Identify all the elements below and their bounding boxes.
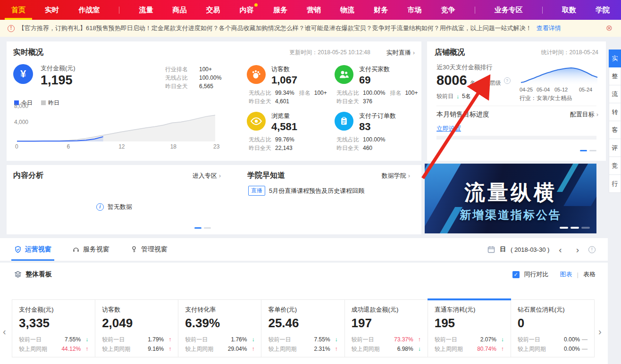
metric-stat-row: 昨日全天460 — [336, 144, 422, 152]
realtime-title: 实时概况 — [13, 48, 43, 58]
prev-change: 5名 — [462, 92, 471, 100]
shop-rank-chart — [520, 63, 599, 86]
realtime-overview-card: 实时概况 更新时间：2018-05-25 10:12:48 实时直播› ¥ 支付… — [7, 41, 421, 161]
goal-config-link[interactable]: 配置目标› — [570, 110, 598, 119]
nav-item-17[interactable]: 取数 — [562, 0, 576, 20]
peer-compare-checkbox[interactable]: ✓ — [512, 271, 520, 278]
nav-item-1[interactable]: 实时 — [45, 0, 59, 20]
kpi-card-0[interactable]: 支付金额(元) 3,335 较前一日7.55%↓较上周同期44.12%↑ — [12, 300, 95, 357]
nav-item-6[interactable]: 交易 — [206, 0, 220, 20]
top-nav-items: 首页实时作战室流量商品交易内容服务营销物流财务市场竞争业务专区取数学院 — [11, 0, 610, 20]
chart-toggle[interactable]: 图表 — [560, 270, 572, 279]
rank-value: 8006 — [436, 73, 467, 88]
kpi-compare-row: 较前一日7.55%↓ — [268, 335, 337, 344]
notice-detail-link[interactable]: 查看详情 — [537, 24, 561, 33]
date-value[interactable]: ( 2018-03-30 ) — [511, 246, 549, 253]
side-nav-item-7[interactable]: 行 — [609, 175, 621, 193]
content-pagination[interactable] — [194, 227, 211, 229]
live-link[interactable]: 实时直播› — [386, 49, 415, 57]
metric-label: 支付买家数 — [359, 65, 390, 74]
kpi-compare-row: 较前一日0.00%— — [518, 335, 587, 344]
notice-text: 【官方推荐，订购有礼】618预售预热即日启动！定金尾款支付进度如何？各个商品收藏… — [18, 24, 532, 33]
kpi-compare-row: 较上周同期80.74%↑ — [435, 344, 504, 354]
metric-label: 支付子订单数 — [359, 112, 396, 120]
nav-item-7[interactable]: 内容 — [240, 0, 254, 20]
main-metric-value: 1,195 — [41, 73, 76, 88]
kpi-card-3[interactable]: 客单价(元) 25.46 较前一日7.55%↓较上周同期2.31%↑ — [261, 300, 344, 357]
nav-item-5[interactable]: 商品 — [173, 0, 187, 20]
content-analysis-panel: 内容分析 进入专区› i 暂无数据 — [7, 165, 234, 234]
kpi-card-4[interactable]: 成功退款金额(元) 197 较前一日73.37%↑较上周同期6.98%↓ — [345, 300, 428, 357]
nav-item-4[interactable]: 流量 — [139, 0, 153, 20]
academy-panel: 学院早知道 数据学院› 直播 5月份直播课程预告及历史课程回顾 — [241, 165, 421, 234]
empty-text: 暂无数据 — [108, 203, 132, 211]
question-icon[interactable]: ? — [504, 77, 511, 84]
updated-time: 更新时间：2018-05-25 10:12:48 — [289, 49, 370, 57]
side-nav-item-1[interactable]: 整 — [609, 67, 621, 85]
live-badge: 直播 — [248, 186, 265, 196]
kpi-card-1[interactable]: 访客数 2,049 较前一日1.79%↑较上周同期9.16%↑ — [95, 300, 178, 357]
kpi-compare-row: 较上周同期6.98%↓ — [352, 344, 421, 354]
metric-stat-row: 无线占比100.00%排名100+ — [336, 89, 422, 97]
notification-dot — [254, 3, 258, 7]
prev-date-button[interactable]: ‹ — [554, 245, 566, 254]
nav-item-15[interactable]: 业务专区 — [495, 0, 523, 20]
academy-link[interactable]: 数据学院› — [382, 172, 410, 180]
info-circle-icon[interactable]: ! — [588, 246, 596, 253]
chevron-right-icon: › — [413, 49, 415, 56]
nav-item-8[interactable]: 服务 — [273, 0, 287, 20]
legend-item: 昨日 — [41, 99, 59, 107]
carousel-prev-icon[interactable]: ‹ — [3, 326, 6, 337]
side-nav-item-2[interactable]: 流 — [609, 85, 621, 103]
kpi-compare-row: 较前一日2.07%↓ — [435, 335, 504, 344]
nav-item-12[interactable]: 市场 — [407, 0, 421, 20]
enter-zone-link[interactable]: 进入专区› — [193, 172, 221, 180]
x-tick: 6 — [67, 143, 70, 150]
kpi-value: 25.46 — [268, 316, 337, 331]
up-arrow-icon: ↑ — [164, 344, 171, 354]
rank-label: 近30天支付金额排行 — [436, 63, 492, 72]
nav-item-11[interactable]: 财务 — [374, 0, 388, 20]
side-nav-item-4[interactable]: 客 — [609, 121, 621, 139]
x-tick: 04-25 — [520, 87, 533, 92]
metric-stat-row: 昨日全天376 — [336, 97, 422, 106]
nav-item-2[interactable]: 作战室 — [78, 0, 100, 20]
tab-service-view[interactable]: 服务视窗 — [72, 238, 109, 261]
calendar-icon[interactable] — [487, 246, 495, 253]
up-arrow-icon: ↑ — [164, 335, 171, 344]
table-toggle[interactable]: 表格 — [583, 270, 596, 279]
nav-item-18[interactable]: 学院 — [596, 0, 610, 20]
tab-management-view[interactable]: 管理视窗 — [130, 238, 168, 261]
nav-item-10[interactable]: 物流 — [340, 0, 354, 20]
side-nav-item-0[interactable]: 实 — [609, 50, 621, 67]
kpi-card-2[interactable]: 支付转化率 6.39% 较前一日1.76%↓较上周同期29.04%↑ — [178, 300, 261, 357]
rank-unit: 名 — [470, 79, 476, 87]
date-granularity[interactable]: 日 — [500, 245, 506, 254]
academy-item[interactable]: 直播 5月份直播课程预告及历史课程回顾 — [248, 186, 364, 196]
side-nav-item-6[interactable]: 竞 — [609, 157, 621, 175]
x-tick: 05-12 — [554, 87, 568, 92]
yen-icon: ¥ — [13, 64, 33, 84]
goal-setup-link[interactable]: 立即设置 — [436, 124, 461, 133]
metric-value: 83 — [359, 121, 396, 133]
carousel-next-icon[interactable]: › — [598, 326, 602, 337]
nav-item-13[interactable]: 竞争 — [441, 0, 455, 20]
realtime-line-chart — [12, 108, 220, 142]
up-arrow-icon: ↑ — [81, 344, 88, 354]
next-date-button[interactable]: › — [571, 245, 584, 254]
banner-pagination[interactable] — [560, 227, 590, 229]
tab-operations-view[interactable]: 运营视窗 — [14, 238, 51, 261]
side-nav-item-3[interactable]: 转 — [609, 103, 621, 121]
legend-swatch — [41, 100, 46, 105]
promo-banner[interactable]: 流量纵横 新增渠道指标公告 — [425, 164, 596, 233]
kpi-title: 支付转化率 — [185, 306, 254, 314]
kpi-card-5[interactable]: 直通车消耗(元) 195 较前一日2.07%↓较上周同期80.74%↑ — [428, 300, 511, 357]
kpi-card-6[interactable]: 钻石展位消耗(元) 0 较前一日0.00%—较上周同期0.00%— — [511, 300, 594, 357]
down-arrow-icon: ↓ — [496, 335, 504, 344]
shop-pagination[interactable] — [580, 150, 596, 151]
nav-item-0[interactable]: 首页 — [11, 0, 25, 20]
side-nav-item-5[interactable]: 评 — [609, 139, 621, 157]
nav-item-9[interactable]: 营销 — [307, 0, 321, 20]
close-icon[interactable]: ⊗ — [606, 24, 613, 32]
up-arrow-icon: ↑ — [496, 344, 504, 354]
